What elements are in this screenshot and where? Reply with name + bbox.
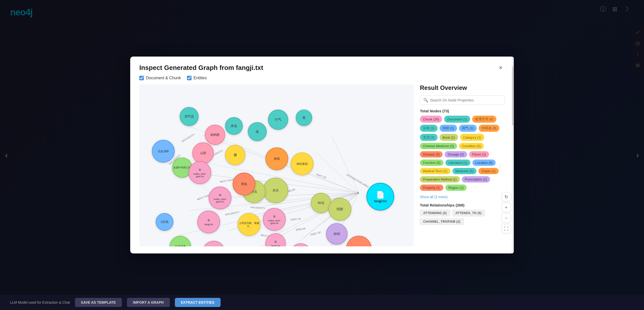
- checkbox-document-chunk-label: Document & Chunk: [146, 76, 181, 80]
- tag-guijing[interactable]: 归经 (1): [440, 125, 457, 132]
- node-60ke[interactable]: 60克: [311, 193, 331, 213]
- tag-prescription[interactable]: Prescription (1): [462, 176, 490, 183]
- tag-dosage[interactable]: Dosage (2): [445, 151, 467, 158]
- node-dongbei[interactable]: 东北: [263, 178, 288, 203]
- node-shangzhi[interactable]: 上药连为散、每服9...: [238, 213, 260, 236]
- fullscreen-button[interactable]: ⛶: [502, 224, 511, 233]
- save-template-button[interactable]: SAVE AS TEMPLATE: [75, 298, 122, 307]
- node-ejiao[interactable]: 阿胶: [329, 198, 351, 221]
- tag-book[interactable]: Book (1): [440, 134, 458, 141]
- checkbox-document-chunk-input[interactable]: [139, 76, 144, 80]
- svg-text:PART OF: PART OF: [290, 217, 301, 221]
- tag-disease[interactable]: Disease (5): [420, 151, 443, 158]
- node-siqi[interactable]: 四气温: [180, 107, 199, 126]
- modal-close-button[interactable]: ×: [497, 64, 505, 72]
- graph-controls: ↻ + − ⛶: [502, 192, 511, 233]
- tag-condition[interactable]: Condition (5): [459, 143, 484, 149]
- bottom-label: LLM Model used for Extraction & Chat: [10, 300, 70, 304]
- tag-location[interactable]: Location (6): [472, 160, 496, 166]
- node-zhusha[interactable]: 杀虫: [225, 117, 243, 135]
- tag-preparation-method[interactable]: Preparation Method (1): [420, 176, 460, 183]
- zoom-in-button[interactable]: +: [502, 203, 511, 212]
- search-icon: 🔍: [423, 98, 428, 102]
- node-shenjingxuruo[interactable]: 神经衰弱: [291, 152, 313, 175]
- tag-zhuzhi[interactable]: 主治 (1): [420, 134, 438, 141]
- total-relationships-label: Total Relationships (268): [420, 203, 505, 207]
- tag-region[interactable]: Region (1): [445, 185, 467, 191]
- node-shanxi[interactable]: 山西: [192, 142, 214, 164]
- svg-text:SIMILAR: SIMILAR: [296, 227, 306, 231]
- checkbox-document-chunk[interactable]: Document & Chunk: [139, 76, 181, 80]
- svg-text:HAS ENTITY: HAS ENTITY: [181, 133, 196, 143]
- svg-text:HAS ENTITY: HAS ENTITY: [250, 206, 265, 210]
- tag-function[interactable]: Function (5): [420, 160, 443, 166]
- node-wei[interactable]: 胃: [296, 110, 312, 126]
- modal-scrollbar-thumb[interactable]: [512, 66, 514, 125]
- import-graph-button[interactable]: IMPORT A GRAPH: [127, 298, 170, 307]
- chunk-node-5[interactable]: ≡ nodes_zhon-gyao.txt: [263, 208, 286, 231]
- tag-organ[interactable]: Organ (1): [478, 168, 499, 174]
- svg-text:PART OF: PART OF: [316, 173, 327, 179]
- node-tags-container: Chunk (26) Document (1) 处理方式 (2) 分布 (1) …: [420, 116, 505, 191]
- chunk-node-4[interactable]: ≡ nodes_zhon-gyao.txt: [202, 241, 225, 246]
- tag-literature[interactable]: Literature (1): [445, 160, 470, 166]
- total-nodes-label: Total Nodes (73): [420, 109, 505, 113]
- svg-line-18: [331, 135, 359, 193]
- rel-tag-attends-to[interactable]: ATTENDS_TO (5): [452, 210, 485, 216]
- tag-property[interactable]: Property (1): [420, 185, 443, 191]
- modal-checkboxes: Document & Chunk Entities: [139, 76, 505, 80]
- svg-text:HAS ENTITY: HAS ENTITY: [225, 211, 240, 216]
- chunk-node-7[interactable]: ≡ fangji.txt: [291, 243, 311, 246]
- modal-title: Inspect Generated Graph from fangji.txt: [139, 64, 263, 72]
- rel-tag-attending[interactable]: ATTENDING (2): [420, 210, 450, 216]
- relationship-tags-container: ATTENDING (2) ATTENDS_TO (5) CHANNEL_TRO…: [420, 210, 505, 225]
- tag-document[interactable]: Document (1): [444, 116, 470, 123]
- zoom-out-button[interactable]: −: [502, 214, 511, 223]
- tag-medical-term[interactable]: Medical Term (1): [420, 168, 450, 174]
- tag-category[interactable]: Category (1): [460, 134, 484, 141]
- modal-header: Inspect Generated Graph from fangji.txt …: [139, 64, 505, 72]
- search-box[interactable]: 🔍: [420, 95, 505, 105]
- chunk-node-6[interactable]: ≡ fangji.txt: [265, 233, 286, 246]
- chunk-node-1[interactable]: ≡ nodes_zhon-gyao.txt: [189, 161, 211, 184]
- show-more-link[interactable]: Show all (3 more): [420, 195, 505, 199]
- tag-flavor[interactable]: Flavor (1): [469, 151, 489, 158]
- node-qingyaoxiao[interactable]: 活血消肿: [152, 140, 175, 163]
- rel-tag-channel-tropism[interactable]: CHANNEL_TROPISM (2): [420, 218, 464, 225]
- modal-body: HAS ENTITY NEXT CHUNK HAS ENTITY SIMILAR…: [139, 84, 505, 246]
- node-webing[interactable]: 胃病: [233, 173, 255, 195]
- tag-siqi[interactable]: 四气 (1): [459, 125, 477, 132]
- chunk-node-3[interactable]: ≡ fangji.txt: [197, 211, 220, 233]
- tag-medicine[interactable]: Medicine (5): [452, 168, 477, 174]
- doc-node-fangji[interactable]: 📄 fangji.txt: [366, 183, 394, 211]
- extract-entities-button[interactable]: EXTRACT ENTITIES: [175, 298, 221, 307]
- tag-chinese-medicine[interactable]: Chinese Medicine (3): [420, 143, 457, 149]
- search-input[interactable]: [430, 98, 501, 102]
- node-yanque[interactable]: 鹌鹑图: [205, 125, 225, 145]
- modal-overlay: Inspect Generated Graph from fangji.txt …: [0, 0, 644, 310]
- node-xingqi[interactable]: 行气: [268, 110, 288, 130]
- node-shengdihuang[interactable]: 生干地黄: [170, 236, 191, 246]
- node-feibing[interactable]: 肺病: [265, 147, 288, 170]
- checkbox-entities-input[interactable]: [187, 76, 192, 80]
- chunk-node-2[interactable]: ≡ nodes_zhon-gyao.txt: [209, 187, 231, 209]
- svg-line-17: [316, 152, 359, 193]
- modal-scrollbar: [512, 57, 514, 253]
- tag-zhongyao[interactable]: 中药名 (3): [479, 125, 500, 132]
- node-suishi[interactable]: 碎碎: [326, 223, 347, 245]
- panel-resize-handle[interactable]: ⋮⋮: [498, 162, 505, 168]
- result-panel: Result Overview 🔍 Total Nodes (73) Chunk…: [414, 84, 505, 246]
- node-dao[interactable]: 道: [248, 122, 267, 141]
- tag-chunk[interactable]: Chunk (26): [420, 116, 442, 123]
- node-jian[interactable]: 腱: [225, 145, 245, 165]
- graph-area[interactable]: HAS ENTITY NEXT CHUNK HAS ENTITY SIMILAR…: [139, 84, 414, 246]
- bottom-bar: LLM Model used for Extraction & Chat SAV…: [0, 295, 644, 310]
- svg-text:DISTRIBUTION AREA: DISTRIBUTION AREA: [346, 173, 369, 188]
- tag-distribute[interactable]: 分布 (1): [420, 125, 438, 132]
- checkbox-entities[interactable]: Entities: [187, 76, 207, 80]
- node-chaohui[interactable]: 炒令黄煨: [346, 236, 371, 246]
- node-120g[interactable]: 120克: [156, 213, 173, 231]
- tag-process[interactable]: 处理方式 (2): [472, 116, 496, 123]
- inspect-modal: Inspect Generated Graph from fangji.txt …: [130, 57, 514, 253]
- refresh-button[interactable]: ↻: [502, 192, 511, 201]
